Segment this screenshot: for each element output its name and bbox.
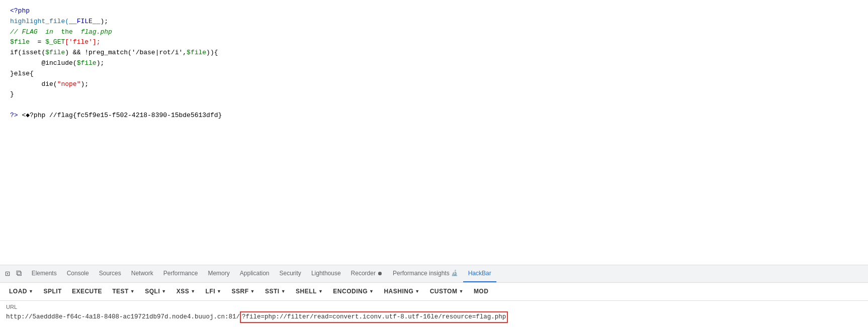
encoding-button[interactable]: ENCODING ▼ [328,283,379,300]
devtools-tab-bar: ⊡ ⧉ Elements Console Sources Network Per… [0,265,868,283]
tab-performance-insights[interactable]: Performance insights 🔬 [388,265,463,282]
url-area: URL http://5aeddd8e-f64c-4a18-8408-ac197… [0,301,868,328]
custom-button[interactable]: CUSTOM ▼ [425,283,469,300]
tab-memory[interactable]: Memory [203,265,234,282]
url-label: URL [6,304,862,310]
tab-lighthouse[interactable]: Lighthouse [306,265,346,282]
tab-console[interactable]: Console [62,265,94,282]
load-arrow-icon: ▼ [29,289,33,294]
lfi-arrow-icon: ▼ [217,289,221,294]
ssti-button[interactable]: SSTI ▼ [260,283,291,300]
custom-arrow-icon: ▼ [459,289,463,294]
lfi-button[interactable]: LFI ▼ [201,283,227,300]
mod-button[interactable]: MOD [469,283,494,300]
code-line-7: }else{ [10,69,858,79]
hashing-arrow-icon: ▼ [415,289,419,294]
code-display: <?php highlight_file(__FILE__); // FLAG … [0,0,868,265]
code-line-11: ?> <◆?php //flag{fc5f9e15-f502-4218-8390… [10,111,858,121]
inspector-icon[interactable]: ⊡ [2,265,13,282]
load-button[interactable]: LOAD ▼ [4,283,38,300]
url-bar[interactable]: http://5aeddd8e-f64c-4a18-8408-ac19721db… [6,311,862,323]
hashing-button[interactable]: HASHING ▼ [379,283,424,300]
hackbar-toolbar: LOAD ▼ SPLIT EXECUTE TEST ▼ SQLI ▼ XSS ▼… [0,283,868,301]
device-toolbar-icon[interactable]: ⧉ [13,265,25,282]
tab-hackbar[interactable]: HackBar [463,265,496,282]
xss-button[interactable]: XSS ▼ [171,283,201,300]
code-line-2: highlight_file(__FILE__); [10,17,858,27]
ssrf-button[interactable]: SSRF ▼ [227,283,260,300]
url-highlighted-part[interactable]: ?file=php://filter/read=convert.iconv.ut… [240,311,508,323]
sqli-button[interactable]: SQLI ▼ [140,283,171,300]
tab-recorder[interactable]: Recorder ⏺ [346,265,388,282]
code-line-3: // FLAG in the flag.php [10,27,858,38]
xss-arrow-icon: ▼ [191,289,195,294]
tab-performance[interactable]: Performance [158,265,203,282]
split-button[interactable]: SPLIT [38,283,67,300]
tab-security[interactable]: Security [275,265,306,282]
code-line-8: die("nope"); [10,79,858,90]
performance-insights-icon: 🔬 [451,270,458,276]
encoding-arrow-icon: ▼ [369,289,374,294]
shell-button[interactable]: SHELL ▼ [291,283,328,300]
code-line-6: @include($file); [10,58,858,69]
test-arrow-icon: ▼ [130,289,135,294]
tab-application[interactable]: Application [235,265,275,282]
recorder-icon: ⏺ [377,270,383,276]
code-line-10 [10,100,858,111]
test-button[interactable]: TEST ▼ [107,283,140,300]
code-line-4: $file = $_GET['file']; [10,37,858,48]
shell-arrow-icon: ▼ [318,289,323,294]
sqli-arrow-icon: ▼ [161,289,166,294]
tab-sources[interactable]: Sources [94,265,126,282]
execute-button[interactable]: EXECUTE [67,283,107,300]
url-normal-part: http://5aeddd8e-f64c-4a18-8408-ac19721db… [6,313,240,322]
code-line-5: if(isset($file) && !preg_match('/base|ro… [10,48,858,58]
devtools-panel: ⊡ ⧉ Elements Console Sources Network Per… [0,265,868,328]
tab-network[interactable]: Network [126,265,158,282]
tab-elements[interactable]: Elements [27,265,62,282]
ssti-arrow-icon: ▼ [281,289,286,294]
code-line-1: <?php [10,6,858,17]
ssrf-arrow-icon: ▼ [250,289,255,294]
code-line-9: } [10,89,858,100]
